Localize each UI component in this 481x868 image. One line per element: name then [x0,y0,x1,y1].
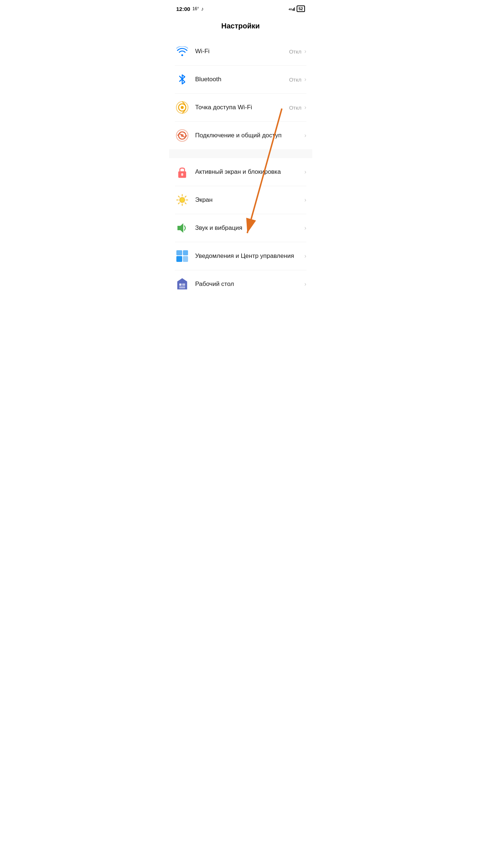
wifi-item-right: Откл › [289,48,306,55]
lockscreen-item-content: Активный экран и блокировка [195,168,303,176]
status-temp: 16° [192,6,199,11]
hotspot-status: Откл [289,105,301,111]
status-right: 4G 52 [289,5,305,12]
bluetooth-item-title: Bluetooth [195,75,289,83]
settings-item-hotspot[interactable]: Точка доступа Wi-Fi Откл › [175,94,306,122]
svg-line-21 [178,203,179,204]
screen-chevron: › [304,197,306,203]
hotspot-icon [176,101,189,114]
bluetooth-item-content: Bluetooth [195,75,289,83]
notifications-item-content: Уведомления и Центр управления [195,252,303,260]
wifi-status: Откл [289,48,301,55]
wifi-chevron: › [304,48,306,55]
svg-rect-2 [293,8,294,11]
connection-icon-container [175,128,189,143]
notifications-item-right: › [303,253,306,259]
svg-rect-26 [176,250,182,255]
settings-list-2: Активный экран и блокировка › Экран [169,158,312,298]
bluetooth-status: Откл [289,76,301,83]
connection-chevron: › [304,132,306,139]
lockscreen-item-title: Активный экран и блокировка [195,168,303,176]
hotspot-item-title: Точка доступа Wi-Fi [195,103,289,111]
connection-item-title: Подключение и общий доступ [195,131,303,140]
svg-rect-24 [183,250,188,255]
page-title: Настройки [169,16,312,38]
svg-point-6 [181,106,184,109]
screen-icon-container [175,193,189,207]
svg-rect-27 [179,283,181,286]
svg-line-20 [185,196,186,197]
svg-marker-22 [177,223,183,233]
battery-icon: 52 [297,5,305,12]
desktop-icon-container [175,277,189,291]
separator-gap [169,149,312,158]
settings-item-sound[interactable]: Звук и вибрация › [175,214,306,242]
hotspot-item-right: Откл › [289,104,306,111]
notifications-icon [176,250,189,263]
sound-icon-container [175,221,189,235]
desktop-chevron: › [304,281,306,287]
bluetooth-icon [178,74,187,85]
svg-rect-11 [181,173,183,176]
desktop-icon [176,278,188,291]
svg-text:4G: 4G [289,8,292,11]
screen-item-right: › [303,197,306,203]
svg-rect-28 [182,283,185,286]
connection-item-content: Подключение и общий доступ [195,131,303,140]
svg-line-18 [178,196,179,197]
hotspot-item-content: Точка доступа Wi-Fi [195,103,289,111]
status-left: 12:00 16° ♪ [176,6,204,12]
svg-rect-1 [293,9,293,11]
status-bar: 12:00 16° ♪ 4G 52 [169,0,312,16]
bluetooth-item-right: Откл › [289,76,306,83]
sound-item-title: Звук и вибрация [195,224,303,232]
settings-item-desktop[interactable]: Рабочий стол › [175,270,306,298]
svg-line-19 [185,203,186,204]
sound-chevron: › [304,225,306,231]
screen-item-content: Экран [195,196,303,204]
wifi-item-title: Wi-Fi [195,47,289,55]
settings-list: Wi-Fi Откл › Bluetooth Откл › [169,38,312,149]
lockscreen-item-right: › [303,169,306,175]
desktop-item-title: Рабочий стол [195,280,303,288]
svg-rect-29 [179,286,185,288]
wifi-icon-container [175,44,189,59]
settings-item-bluetooth[interactable]: Bluetooth Откл › [175,66,306,94]
status-time: 12:00 [176,6,190,12]
svg-point-13 [180,198,184,202]
desktop-item-content: Рабочий стол [195,280,303,288]
notifications-item-title: Уведомления и Центр управления [195,252,303,260]
hotspot-icon-container [175,100,189,115]
svg-rect-25 [183,256,188,262]
hotspot-chevron: › [304,104,306,111]
wifi-item-content: Wi-Fi [195,47,289,55]
settings-item-notifications[interactable]: Уведомления и Центр управления › [175,242,306,270]
screen-item-title: Экран [195,196,303,204]
settings-item-lockscreen[interactable]: Активный экран и блокировка › [175,158,306,186]
lockscreen-icon-container [175,165,189,179]
connection-icon [176,129,189,142]
connection-item-right: › [303,132,306,139]
settings-item-wifi[interactable]: Wi-Fi Откл › [175,38,306,66]
lockscreen-chevron: › [304,169,306,175]
wifi-icon [176,46,188,56]
notifications-chevron: › [304,253,306,259]
notifications-icon-container [175,249,189,263]
battery-level: 52 [298,7,303,11]
sound-item-right: › [303,225,306,231]
bluetooth-chevron: › [304,76,306,83]
sound-icon [176,222,188,234]
sound-item-content: Звук и вибрация [195,224,303,232]
settings-item-connection[interactable]: Подключение и общий доступ › [175,122,306,149]
bluetooth-icon-container [175,72,189,87]
screen-icon [176,194,188,206]
settings-item-screen[interactable]: Экран › [175,186,306,214]
desktop-item-right: › [303,281,306,287]
lock-icon [176,165,188,178]
signal-icon: 4G [289,6,295,11]
tiktok-icon: ♪ [201,6,204,12]
svg-rect-3 [294,7,295,11]
svg-rect-23 [176,256,182,262]
